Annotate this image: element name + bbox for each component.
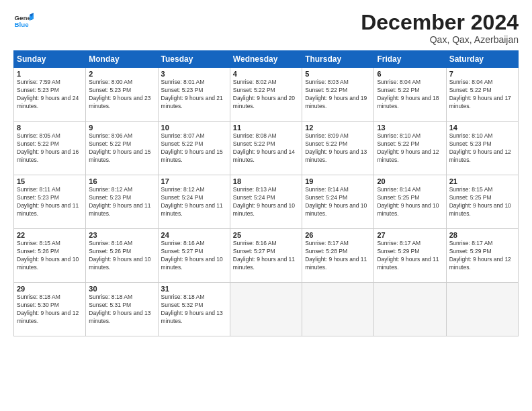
day-number: 28 [449, 231, 515, 239]
calendar-cell: 18 Sunrise: 8:13 AMSunset: 5:24 PMDaylig… [230, 175, 302, 229]
day-number: 5 [305, 70, 371, 78]
day-info: Sunrise: 8:17 AMSunset: 5:28 PMDaylight:… [305, 240, 371, 272]
calendar-cell [374, 283, 446, 336]
calendar-cell: 20 Sunrise: 8:14 AMSunset: 5:25 PMDaylig… [374, 175, 446, 229]
calendar-cell: 15 Sunrise: 8:11 AMSunset: 5:23 PMDaylig… [14, 175, 86, 229]
logo-icon: General Blue [13, 11, 34, 31]
day-number: 10 [161, 124, 227, 132]
calendar-cell: 8 Sunrise: 8:05 AMSunset: 5:22 PMDayligh… [14, 122, 86, 175]
calendar-cell: 22 Sunrise: 8:15 AMSunset: 5:26 PMDaylig… [14, 229, 86, 283]
calendar-cell: 21 Sunrise: 8:15 AMSunset: 5:25 PMDaylig… [446, 175, 518, 229]
day-info: Sunrise: 8:14 AMSunset: 5:24 PMDaylight:… [305, 186, 371, 218]
day-number: 6 [377, 70, 443, 78]
day-number: 24 [161, 231, 227, 239]
day-info: Sunrise: 8:04 AMSunset: 5:22 PMDaylight:… [377, 79, 443, 111]
day-number: 13 [377, 124, 443, 132]
day-info: Sunrise: 8:02 AMSunset: 5:22 PMDaylight:… [233, 79, 299, 111]
calendar-cell: 3 Sunrise: 8:01 AMSunset: 5:23 PMDayligh… [158, 68, 230, 122]
calendar-cell: 27 Sunrise: 8:17 AMSunset: 5:29 PMDaylig… [374, 229, 446, 283]
day-number: 21 [449, 177, 515, 185]
day-number: 30 [89, 285, 154, 293]
calendar-cell: 24 Sunrise: 8:16 AMSunset: 5:27 PMDaylig… [158, 229, 230, 283]
calendar-cell [446, 283, 518, 336]
day-header: Monday [86, 51, 158, 68]
day-number: 16 [89, 177, 154, 185]
day-info: Sunrise: 8:17 AMSunset: 5:29 PMDaylight:… [377, 240, 443, 272]
calendar-cell: 25 Sunrise: 8:16 AMSunset: 5:27 PMDaylig… [230, 229, 302, 283]
day-info: Sunrise: 8:15 AMSunset: 5:25 PMDaylight:… [449, 186, 515, 218]
day-number: 1 [17, 70, 83, 78]
day-info: Sunrise: 8:03 AMSunset: 5:22 PMDaylight:… [305, 79, 371, 111]
day-info: Sunrise: 8:15 AMSunset: 5:26 PMDaylight:… [17, 240, 83, 272]
day-number: 26 [305, 231, 371, 239]
day-header: Wednesday [230, 51, 302, 68]
day-number: 27 [377, 231, 443, 239]
calendar-cell: 17 Sunrise: 8:12 AMSunset: 5:24 PMDaylig… [158, 175, 230, 229]
day-info: Sunrise: 8:00 AMSunset: 5:23 PMDaylight:… [89, 79, 154, 111]
day-info: Sunrise: 8:17 AMSunset: 5:29 PMDaylight:… [449, 240, 515, 272]
day-info: Sunrise: 8:14 AMSunset: 5:25 PMDaylight:… [377, 186, 443, 218]
day-number: 17 [161, 177, 227, 185]
day-info: Sunrise: 8:13 AMSunset: 5:24 PMDaylight:… [233, 186, 299, 218]
day-number: 9 [89, 124, 154, 132]
calendar-cell: 12 Sunrise: 8:09 AMSunset: 5:22 PMDaylig… [302, 122, 374, 175]
day-info: Sunrise: 8:07 AMSunset: 5:22 PMDaylight:… [161, 132, 227, 165]
day-header: Tuesday [158, 51, 230, 68]
calendar-cell: 23 Sunrise: 8:16 AMSunset: 5:26 PMDaylig… [86, 229, 158, 283]
day-number: 31 [161, 285, 227, 293]
calendar-cell: 4 Sunrise: 8:02 AMSunset: 5:22 PMDayligh… [230, 68, 302, 122]
day-info: Sunrise: 8:16 AMSunset: 5:26 PMDaylight:… [89, 240, 154, 272]
day-number: 3 [161, 70, 227, 78]
calendar-cell: 7 Sunrise: 8:04 AMSunset: 5:22 PMDayligh… [446, 68, 518, 122]
day-header: Friday [374, 51, 446, 68]
day-number: 12 [305, 124, 371, 132]
location: Qax, Qax, Azerbaijan [361, 34, 519, 45]
day-header: Saturday [446, 51, 518, 68]
day-number: 15 [17, 177, 83, 185]
logo: General Blue [13, 11, 34, 31]
day-number: 20 [377, 177, 443, 185]
calendar-cell: 28 Sunrise: 8:17 AMSunset: 5:29 PMDaylig… [446, 229, 518, 283]
day-number: 2 [89, 70, 154, 78]
day-number: 19 [305, 177, 371, 185]
day-info: Sunrise: 8:16 AMSunset: 5:27 PMDaylight:… [233, 240, 299, 272]
day-number: 23 [89, 231, 154, 239]
svg-text:Blue: Blue [15, 21, 30, 28]
day-number: 4 [233, 70, 299, 78]
day-info: Sunrise: 8:01 AMSunset: 5:23 PMDaylight:… [161, 79, 227, 111]
title-block: December 2024 Qax, Qax, Azerbaijan [361, 11, 519, 45]
day-info: Sunrise: 8:16 AMSunset: 5:27 PMDaylight:… [161, 240, 227, 272]
calendar-cell: 9 Sunrise: 8:06 AMSunset: 5:22 PMDayligh… [86, 122, 158, 175]
day-info: Sunrise: 8:12 AMSunset: 5:24 PMDaylight:… [161, 186, 227, 218]
calendar-cell [230, 283, 302, 336]
day-number: 25 [233, 231, 299, 239]
calendar-cell: 19 Sunrise: 8:14 AMSunset: 5:24 PMDaylig… [302, 175, 374, 229]
calendar-cell: 30 Sunrise: 8:18 AMSunset: 5:31 PMDaylig… [86, 283, 158, 336]
day-info: Sunrise: 8:12 AMSunset: 5:23 PMDaylight:… [89, 186, 154, 218]
calendar-cell: 16 Sunrise: 8:12 AMSunset: 5:23 PMDaylig… [86, 175, 158, 229]
month-title: December 2024 [361, 11, 519, 34]
calendar-cell: 6 Sunrise: 8:04 AMSunset: 5:22 PMDayligh… [374, 68, 446, 122]
day-info: Sunrise: 8:04 AMSunset: 5:22 PMDaylight:… [449, 79, 515, 111]
calendar-cell: 2 Sunrise: 8:00 AMSunset: 5:23 PMDayligh… [86, 68, 158, 122]
day-info: Sunrise: 8:11 AMSunset: 5:23 PMDaylight:… [17, 186, 83, 218]
day-info: Sunrise: 8:05 AMSunset: 5:22 PMDaylight:… [17, 132, 83, 165]
day-number: 18 [233, 177, 299, 185]
day-info: Sunrise: 8:08 AMSunset: 5:22 PMDaylight:… [233, 132, 299, 165]
day-header: Thursday [302, 51, 374, 68]
calendar-cell: 11 Sunrise: 8:08 AMSunset: 5:22 PMDaylig… [230, 122, 302, 175]
day-number: 11 [233, 124, 299, 132]
day-number: 7 [449, 70, 515, 78]
day-number: 29 [17, 285, 83, 293]
day-info: Sunrise: 8:09 AMSunset: 5:22 PMDaylight:… [305, 132, 371, 165]
day-number: 14 [449, 124, 515, 132]
calendar-cell: 5 Sunrise: 8:03 AMSunset: 5:22 PMDayligh… [302, 68, 374, 122]
header: General Blue December 2024 Qax, Qax, Aze… [13, 11, 519, 45]
day-number: 8 [17, 124, 83, 132]
day-info: Sunrise: 8:18 AMSunset: 5:31 PMDaylight:… [89, 293, 154, 326]
calendar-cell: 31 Sunrise: 8:18 AMSunset: 5:32 PMDaylig… [158, 283, 230, 336]
day-info: Sunrise: 8:10 AMSunset: 5:23 PMDaylight:… [449, 132, 515, 165]
day-info: Sunrise: 8:18 AMSunset: 5:32 PMDaylight:… [161, 293, 227, 326]
day-info: Sunrise: 7:59 AMSunset: 5:23 PMDaylight:… [17, 79, 83, 111]
calendar-page: General Blue December 2024 Qax, Qax, Aze… [0, 0, 532, 411]
